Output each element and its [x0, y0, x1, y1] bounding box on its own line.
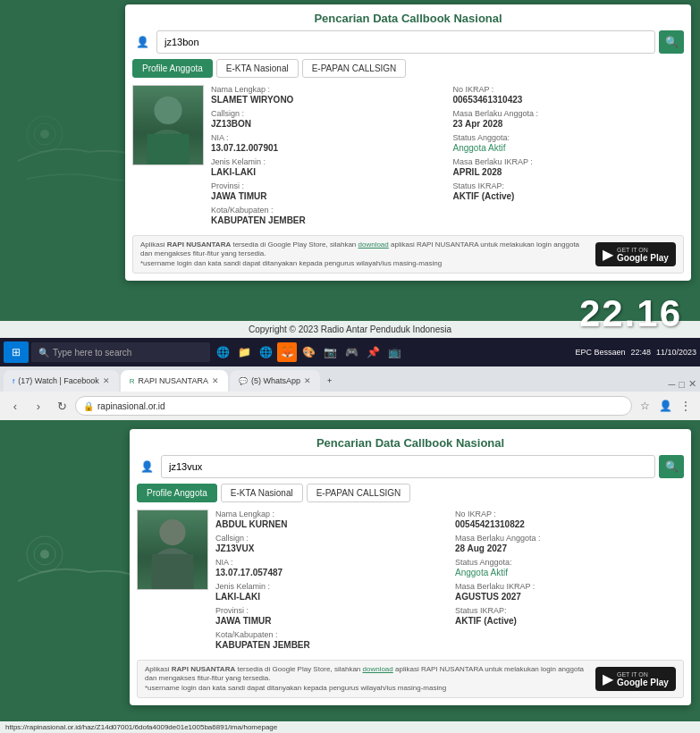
status-label-top: Status Anggota:: [453, 133, 685, 142]
taskbar-icon-8[interactable]: 📌: [363, 342, 383, 362]
taskbar-icon-5[interactable]: 🎨: [299, 342, 318, 362]
address-bar[interactable]: 🔒 rapinasional.or.id: [75, 396, 632, 416]
nia-label-bottom: NIA :: [215, 558, 444, 567]
status-url-text: https://rapinasional.or.id/haz/Z14d07001…: [5, 723, 277, 731]
profile-photo-bottom: [137, 510, 208, 590]
taskbar-icon-2[interactable]: 📁: [234, 342, 254, 362]
browser-content: Pencarian Data Callbook Nasional 👤 🔍 Pro…: [0, 420, 700, 733]
prov-value-top: JAWA TIMUR: [211, 191, 443, 201]
taskbar-icon-6[interactable]: 📷: [320, 342, 340, 362]
new-tab-btn[interactable]: +: [322, 370, 343, 392]
prov-label-bottom: Provinsi :: [215, 606, 444, 615]
search-icon-taskbar: 🔍: [38, 348, 49, 358]
info-columns-top: Nama Lengkap : SLAMET WIRYONO Callsign :…: [211, 85, 684, 230]
kota-value-top: KABUPATEN JEMBER: [211, 215, 443, 225]
taskbar-icon-7[interactable]: 🎮: [342, 342, 361, 362]
start-button[interactable]: ⊞: [4, 341, 29, 363]
tab-profile-anggota-top[interactable]: Profile Anggota: [132, 59, 213, 78]
page-title-top: Pencarian Data Callbook Nasional: [132, 12, 684, 25]
status-value-bottom: Anggota Aktif: [455, 568, 684, 577]
status-ikrap-value-bottom: AKTIF (Active): [455, 616, 684, 626]
tab-close-whatsapp[interactable]: ✕: [304, 376, 311, 385]
footer-note-text-bottom: *username login dan kata sandi dapat dit…: [145, 684, 446, 692]
no-ikrap-label-top: No IKRAP :: [453, 85, 685, 94]
svg-point-7: [154, 97, 181, 124]
tab-epapan-bottom[interactable]: E-PAPAN CALLSIGN: [307, 484, 411, 502]
top-half: Pencarian Data Callbook Nasional 👤 🔍 Pro…: [0, 0, 700, 366]
gp-text-bottom-bottom: Google Play: [617, 678, 669, 687]
search-button-top[interactable]: 🔍: [659, 30, 684, 54]
svg-point-12: [40, 550, 49, 559]
nama-value-bottom: ABDUL KURNEN: [215, 519, 444, 529]
nama-label-bottom: Nama Lengkap :: [215, 510, 444, 518]
info-col-left-bottom: Nama Lengkap : ABDUL KURNEN Callsign : J…: [215, 510, 444, 654]
nama-value-top: SLAMET WIRYONO: [211, 95, 443, 105]
info-col-left-top: Nama Lengkap : SLAMET WIRYONO Callsign :…: [211, 85, 443, 230]
footer-note-top: Aplikasi RAPI NUSANTARA tersedia di Goog…: [132, 235, 684, 274]
windows-icon: ⊞: [12, 346, 21, 358]
search-input-top[interactable]: [156, 30, 655, 54]
browser-minimize[interactable]: ─: [669, 379, 676, 390]
tab-close-rapi[interactable]: ✕: [212, 376, 219, 385]
profile-section-top: Nama Lengkap : SLAMET WIRYONO Callsign :…: [132, 85, 684, 230]
mb-ikrap-label-top: Masa Berlaku IKRAP :: [453, 157, 685, 166]
mb-ikrap-value-top: APRIL 2028: [453, 167, 685, 177]
status-ikrap-label-top: Status IKRAP:: [453, 181, 685, 190]
browser-tab-whatsapp[interactable]: 💬 (5) WhatsApp ✕: [230, 370, 320, 392]
taskbar-icon-1[interactable]: 🌐: [213, 342, 232, 362]
svg-rect-9: [148, 134, 190, 164]
person-svg-bottom: [138, 510, 207, 590]
sys-tray-text: EPC Bessaen: [575, 348, 625, 357]
tab-close-facebook[interactable]: ✕: [103, 376, 110, 385]
tab-label-whatsapp: (5) WhatsApp: [251, 376, 300, 385]
browser-tab-facebook[interactable]: f (17) Watch | Facebook ✕: [4, 370, 119, 392]
browser-maximize[interactable]: □: [679, 379, 685, 390]
taskbar-icons: 🌐 📁 🌐 🦊 🎨 📷 🎮 📌 📺: [213, 342, 404, 362]
svg-rect-19: [152, 554, 194, 589]
footer-note-text-top: *username login dan kata sandi dapat dit…: [140, 259, 442, 267]
search-button-bottom[interactable]: 🔍: [659, 455, 684, 478]
reload-button[interactable]: ↻: [52, 396, 72, 416]
person-svg-top: [133, 85, 203, 165]
taskbar-icon-9[interactable]: 📺: [384, 342, 404, 362]
browser-close[interactable]: ✕: [688, 378, 696, 390]
bookmark-icon[interactable]: ☆: [636, 397, 654, 415]
google-play-btn-bottom[interactable]: ▶ GET IT ON Google Play: [595, 667, 676, 691]
footer-text-bottom: Aplikasi RAPI NUSANTARA tersedia di Goog…: [145, 665, 588, 693]
google-play-btn-top[interactable]: ▶ GET IT ON Google Play: [595, 242, 676, 266]
taskbar: ⊞ 🔍 Type here to search 🌐 📁 🌐 🦊 🎨 📷 🎮 📌 …: [0, 338, 700, 366]
callsign-value-bottom: JZ13VUX: [215, 543, 444, 553]
taskbar-icon-3[interactable]: 🌐: [256, 342, 275, 362]
bottom-half: f (17) Watch | Facebook ✕ R RAPI NUSANTA…: [0, 366, 700, 733]
tab-row-top: Profile Anggota E-KTA Nasional E-PAPAN C…: [132, 59, 684, 78]
mb-label-bottom: Masa Berlaku Anggota :: [455, 534, 684, 543]
profile-icon[interactable]: 👤: [656, 397, 674, 415]
tab-row-bottom: Profile Anggota E-KTA Nasional E-PAPAN C…: [137, 484, 684, 502]
back-button[interactable]: ‹: [5, 396, 25, 416]
search-input-bottom[interactable]: [161, 455, 655, 478]
nama-label-top: Nama Lengkap :: [211, 85, 443, 94]
tab-ekta-top[interactable]: E-KTA Nasional: [216, 59, 299, 78]
time-display: 22.16: [579, 292, 682, 335]
taskbar-search[interactable]: 🔍 Type here to search: [31, 342, 210, 362]
prov-label-top: Provinsi :: [211, 181, 443, 190]
gp-text-top-bottom: GET IT ON: [617, 671, 669, 678]
tab-profile-anggota-bottom[interactable]: Profile Anggota: [137, 484, 217, 502]
forward-button[interactable]: ›: [29, 396, 48, 416]
taskbar-icon-4[interactable]: 🦊: [277, 342, 297, 362]
browser-chrome: f (17) Watch | Facebook ✕ R RAPI NUSANTA…: [0, 366, 700, 420]
play-logo-icon-bottom: ▶: [603, 670, 613, 687]
search-row-top: 👤 🔍: [132, 30, 684, 54]
tab-epapan-top[interactable]: E-PAPAN CALLSIGN: [302, 59, 407, 78]
browser-actions: ☆ 👤 ⋮: [636, 397, 695, 415]
svg-point-17: [159, 519, 185, 545]
status-label-bottom: Status Anggota:: [455, 558, 684, 567]
browser-tabs-bar: f (17) Watch | Facebook ✕ R RAPI NUSANTA…: [0, 366, 700, 392]
kota-label-top: Kota/Kabupaten :: [211, 206, 443, 215]
browser-tab-rapi[interactable]: R RAPI NUSANTARA ✕: [121, 370, 228, 392]
callsign-label-top: Callsign :: [211, 109, 443, 118]
kota-value-bottom: KABUPATEN JEMBER: [215, 640, 444, 650]
menu-icon[interactable]: ⋮: [677, 397, 695, 415]
jk-label-top: Jenis Kelamin :: [211, 157, 443, 166]
tab-ekta-bottom[interactable]: E-KTA Nasional: [221, 484, 303, 502]
